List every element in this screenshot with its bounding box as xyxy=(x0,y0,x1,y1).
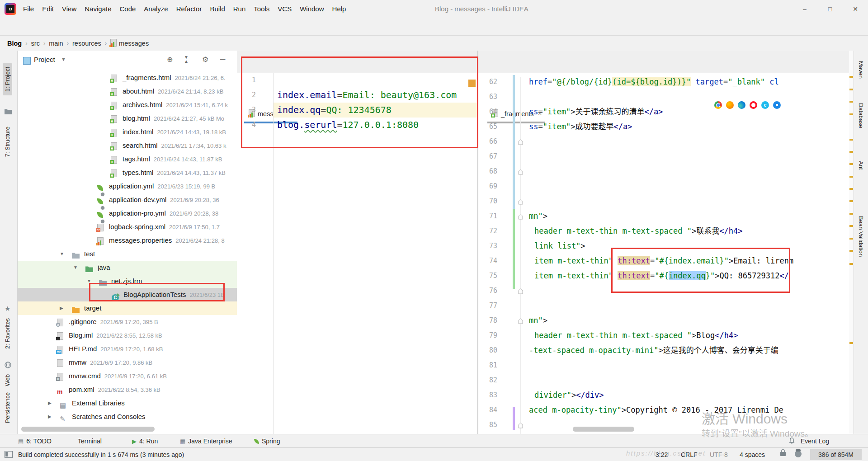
code-line[interactable]: header m-text-thin m-text-spaced ">Blog<… xyxy=(534,328,738,343)
warning-tick[interactable] xyxy=(849,151,853,153)
fold-marker-icon[interactable] xyxy=(518,169,523,177)
maximize-button[interactable]: □ xyxy=(817,0,843,18)
tree-item[interactable]: ▼java xyxy=(18,261,237,274)
menu-navigate[interactable]: Navigate xyxy=(80,0,115,18)
menu-view[interactable]: View xyxy=(58,0,80,18)
toolwindow-button-todo[interactable]: ▤6: TODO xyxy=(18,434,52,448)
breadcrumb-item-blog[interactable]: Blog xyxy=(7,40,22,47)
safari-browser-icon[interactable] xyxy=(773,101,781,109)
tree-item[interactable]: ▶▤External Libraries xyxy=(18,396,237,410)
tree-item[interactable]: Blog.iml2021/6/22 8:55, 12.58 kB xyxy=(18,329,237,342)
menu-tools[interactable]: Tools xyxy=(250,0,274,18)
chevron-right-icon[interactable]: ▶ xyxy=(48,396,52,410)
stripe-button-favorites[interactable]: 2: Favorites xyxy=(4,318,11,349)
warning-tick[interactable] xyxy=(849,213,853,215)
stripe-button-database[interactable]: Database xyxy=(858,103,864,128)
breadcrumb-item-main[interactable]: main xyxy=(49,40,63,47)
warning-tick[interactable] xyxy=(849,101,853,103)
tree-item[interactable]: ▼test xyxy=(18,247,237,261)
warning-tick[interactable] xyxy=(849,263,853,265)
tree-item[interactable]: ▶target xyxy=(18,301,237,315)
tree-item[interactable]: MDHELP.md2021/6/9 17:20, 1.68 kB xyxy=(18,342,237,356)
stripe-button-ant[interactable]: Ant xyxy=(858,161,864,170)
status-message[interactable]: Build completed successfully in 1 s 674 … xyxy=(18,448,184,461)
chevron-down-icon[interactable]: ▼ xyxy=(60,247,64,261)
menu-refactor[interactable]: Refactor xyxy=(172,0,206,18)
warning-tick[interactable] xyxy=(849,188,853,190)
tree-item[interactable]: H_fragments.html2021/6/24 21:26, 6. xyxy=(18,71,237,85)
fold-marker-icon[interactable] xyxy=(518,318,523,326)
horizontal-scrollbar[interactable] xyxy=(21,427,155,432)
menu-run[interactable]: Run xyxy=(229,0,250,18)
warning-tick[interactable] xyxy=(849,225,853,227)
menu-file[interactable]: File xyxy=(19,0,38,18)
lock-icon[interactable] xyxy=(780,452,786,456)
warning-tick[interactable] xyxy=(849,76,853,78)
menu-help[interactable]: Help xyxy=(328,0,350,18)
editor-messages[interactable]: messages ✕ 12index.email=Email: beauty@1… xyxy=(237,51,477,434)
warning-tick[interactable] xyxy=(849,139,853,141)
code-line[interactable]: href="@{/blog/{id}(id=${blog.id})}" targ… xyxy=(529,75,779,89)
chrome-browser-icon[interactable] xyxy=(714,101,722,109)
stripe-button-web[interactable]: Web xyxy=(4,374,11,386)
chevron-right-icon[interactable]: ▶ xyxy=(48,410,52,423)
tree-item[interactable]: Hindex.html2021/6/24 14:43, 19.18 kB xyxy=(18,125,237,139)
code-line[interactable]: -text-spaced m-opacity-mini">这是我的个人博客、会分… xyxy=(529,343,778,358)
menu-analyze[interactable]: Analyze xyxy=(140,0,172,18)
menu-build[interactable]: Build xyxy=(206,0,229,18)
chevron-down-icon[interactable]: ▼ xyxy=(73,261,78,274)
warning-tick[interactable] xyxy=(849,113,853,115)
tool-window-toggle-icon[interactable] xyxy=(5,451,13,458)
breadcrumb-item-src[interactable]: src xyxy=(31,40,40,47)
minimize-button[interactable]: – xyxy=(792,0,817,18)
warning-tick[interactable] xyxy=(849,250,853,252)
opera-browser-icon[interactable] xyxy=(750,101,757,109)
tree-item[interactable]: ⚙mvnw.cmd2021/6/9 17:20, 6.61 kB xyxy=(18,369,237,383)
firefox-browser-icon[interactable] xyxy=(726,101,734,109)
tree-item[interactable]: application.yml2021/6/23 15:19, 99 B xyxy=(18,179,237,193)
stripe-button-persistence[interactable]: Persistence xyxy=(4,392,11,423)
tree-item[interactable]: <>logback-spring.xml2021/6/9 17:50, 1.7 xyxy=(18,220,237,234)
warning-tick[interactable] xyxy=(849,342,853,344)
code-line[interactable]: ss="item">成功要趁早</a> xyxy=(529,119,632,134)
fold-marker-icon[interactable] xyxy=(518,139,523,147)
highlighting-level-icon[interactable] xyxy=(795,451,802,457)
chevron-right-icon[interactable]: ▶ xyxy=(60,301,63,315)
tree-item[interactable]: mvnw2021/6/9 17:20, 9.86 kB xyxy=(18,356,237,369)
tree-item[interactable]: ▶✎Scratches and Consoles xyxy=(18,410,237,423)
code-line[interactable]: divider"></div> xyxy=(534,388,604,403)
tree-item[interactable]: Harchives.html2021/6/24 15:41, 6.74 k xyxy=(18,98,237,112)
tree-item[interactable]: Habout.html2021/6/24 21:14, 8.23 kB xyxy=(18,85,237,98)
warning-tick[interactable] xyxy=(849,200,853,202)
tree-item[interactable]: messages.properties2021/6/24 21:28, 8 xyxy=(18,234,237,247)
tree-item[interactable]: application-dev.yml2021/6/9 20:28, 36 xyxy=(18,193,237,207)
edge-browser-icon[interactable] xyxy=(738,101,745,109)
toolwindow-button-spring[interactable]: Spring xyxy=(254,434,280,448)
close-button[interactable]: ✕ xyxy=(843,0,868,18)
code-line[interactable]: ss="item">关于课余练习的清单</a> xyxy=(529,104,663,119)
tree-item[interactable]: Htypes.html2021/6/24 14:43, 11.37 kB xyxy=(18,166,237,179)
fold-marker-icon[interactable] xyxy=(518,422,523,430)
ie-browser-icon[interactable]: e xyxy=(761,101,769,109)
stripe-button-project[interactable]: 1: Project xyxy=(3,63,12,95)
editor-fragments[interactable]: H _fragments ✕ 62href="@{/blog/{id}(id=$… xyxy=(478,51,849,434)
code-line[interactable]: link list"> xyxy=(534,239,585,254)
code-line[interactable]: header m-text-thin m-text-spaced ">联系我</… xyxy=(534,224,742,239)
code-line[interactable]: mn"> xyxy=(529,209,547,224)
warning-tick[interactable] xyxy=(849,89,853,90)
menu-window[interactable]: Window xyxy=(296,0,328,18)
memory-indicator[interactable]: 386 of 854M xyxy=(810,449,862,460)
stripe-button-beanvalidation[interactable]: Bean Validation xyxy=(858,216,864,257)
tree-item[interactable]: ⊘.gitignore2021/6/9 17:20, 395 B xyxy=(18,315,237,329)
tree-item[interactable]: application-pro.yml2021/6/9 20:28, 38 xyxy=(18,207,237,220)
fold-marker-icon[interactable] xyxy=(518,198,523,207)
tree-item[interactable]: Htags.html2021/6/24 14:43, 11.87 kB xyxy=(18,152,237,166)
toolwindow-button-terminal[interactable]: Terminal xyxy=(78,434,102,448)
menu-edit[interactable]: Edit xyxy=(38,0,58,18)
tree-item[interactable]: Hblog.html2021/6/24 21:27, 45 kB Mo xyxy=(18,112,237,125)
toolwindow-button-javaenterprise[interactable]: ▦Java Enterprise xyxy=(180,434,232,448)
breadcrumb-item-messages[interactable]: messages xyxy=(119,40,149,47)
status-item-4spaces[interactable]: 4 spaces xyxy=(740,448,765,461)
menu-code[interactable]: Code xyxy=(115,0,140,18)
breadcrumb-item-resources[interactable]: resources xyxy=(72,40,101,47)
